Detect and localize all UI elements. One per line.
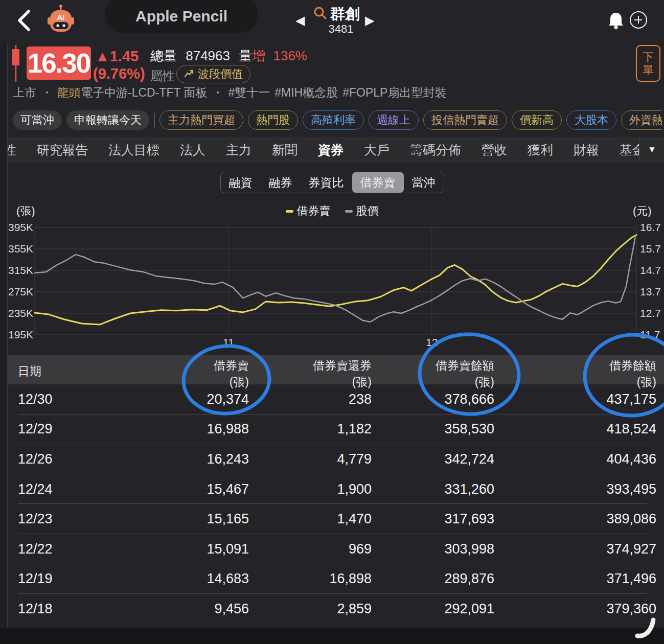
right-axis-tick: 16.7 [640,221,661,234]
filter-chip[interactable]: 週線上 [369,110,419,130]
classification-segment: 上市 [13,86,36,99]
filter-chip-row: 可當沖申報轉讓今天主力熱門買超熱門股高殖利率週線上投信熱門賣超價新高大股本外資熱… [13,110,662,130]
chevron-down-icon: ▼ [648,145,656,155]
volume-value: 874963 [186,48,230,63]
date-cell: 12/19 [18,564,110,594]
filter-chip[interactable]: 申報轉讓今天 [66,110,149,130]
note-tag-pill[interactable]: Apple Pencil [105,0,258,33]
tabs-dropdown-button[interactable]: ▼ [639,137,664,163]
filter-chip[interactable]: 可當沖 [13,110,62,130]
legend-dash [286,210,293,213]
value-cell: 292,091 [392,594,494,624]
next-stock-button[interactable]: ▶ [365,13,374,28]
nav-tab[interactable]: 籌碼分佈 [410,142,461,158]
filter-chip[interactable]: 外資熱門買超 [621,110,662,130]
filter-chip[interactable]: 價新高 [512,110,562,130]
chip-divider [154,112,155,128]
price-change: ▲1.45 [95,48,139,65]
sub-tab[interactable]: 券資比 [301,172,352,193]
value-cell: 358,530 [392,415,494,445]
svg-text:AI: AI [57,13,65,21]
sub-tab[interactable]: 融資 [221,172,261,193]
notification-bell-icon[interactable] [607,11,625,30]
table-row: 12/2315,1651,470317,693389,086 [0,504,664,534]
value-cell: 404,436 [554,444,656,474]
robot-ai-icon[interactable]: AI [46,4,76,36]
nav-tab[interactable]: 基金持股 [620,142,639,158]
x-axis-label: 11 [217,336,240,349]
left-axis-tick: 235K [8,307,33,319]
value-cell: 331,260 [392,474,494,504]
sub-tab[interactable]: 借券賣 [352,172,404,193]
nav-tab[interactable]: 財報 [574,142,599,158]
column-header-title: 日期 [18,363,41,379]
nav-tab[interactable]: 營收 [482,142,507,158]
nav-tab[interactable]: 大戶 [364,142,390,158]
section-tabs: 屬性研究報告法人目標法人主力新聞資券大戶籌碼分佈營收獲利財報基金持股 [0,137,639,163]
series-price-line [35,238,635,322]
right-axis-tick: 12.7 [640,307,661,319]
nav-tab[interactable]: 獲利 [528,142,553,158]
filter-chip[interactable]: 大股本 [566,110,616,130]
value-cell: 342,724 [392,444,494,474]
value-cell: 15,467 [147,474,249,504]
note-tag-label: Apple Pencil [135,5,227,25]
value-cell: 378,666 [392,384,494,415]
legend-item: 股價 [345,203,379,219]
value-cell: 389,086 [554,504,656,534]
date-cell: 12/30 [18,384,110,415]
column-header: 借券賣(張) [147,355,249,384]
search-icon[interactable] [313,6,327,19]
date-cell: 12/24 [18,474,110,504]
value-cell: 371,496 [554,564,656,594]
table-row: 12/1914,68316,898289,876371,496 [0,564,664,594]
attribute-tag-label: 波段價值 [198,66,243,82]
value-cell: 16,243 [147,444,249,474]
column-header: 借券賣還券(張) [269,355,372,384]
date-cell: 12/26 [18,444,110,474]
column-header-title: 借券賣還券 [269,358,372,374]
date-cell: 12/18 [18,594,110,624]
right-axis-tick: 11.7 [640,329,660,341]
filter-chip[interactable]: 主力熱門買超 [159,110,243,130]
classification-line: 上市・龍頭電子中游-LCD-TFT 面板・#雙十一#MIH概念股#FOPLP扇出… [13,85,652,101]
value-cell: 15,091 [147,534,249,564]
back-button[interactable] [14,8,35,33]
value-cell: 289,876 [392,564,494,594]
value-cell: 238 [269,384,372,415]
order-button[interactable]: 下單 [636,45,660,82]
classification-segment: 電子中游-LCD-TFT 面板 [81,86,207,99]
add-watchlist-button[interactable] [630,11,647,29]
nav-tab[interactable]: 新聞 [272,142,297,158]
trend-chart-icon [184,69,194,79]
nav-tab[interactable]: 資券 [318,142,344,158]
prev-stock-button[interactable]: ◀ [295,13,305,28]
classification-segment: ・ [41,86,53,99]
left-axis-tick: 355K [8,243,33,255]
column-header: 借券賣餘額(張) [392,355,494,384]
nav-tab[interactable]: 法人目標 [108,142,159,158]
sub-tab[interactable]: 融券 [261,172,301,193]
nav-tab[interactable]: 研究報告 [37,142,88,158]
nav-tab[interactable]: 主力 [226,142,251,158]
volume-label: 總量 [150,48,177,63]
nav-tab[interactable]: 法人 [180,142,205,158]
value-cell: 16,898 [269,564,372,594]
value-cell: 4,779 [269,444,372,474]
stock-code: 3481 [313,22,369,36]
volume-word: 量 [239,48,252,63]
leader-tag: 龍頭 [57,86,81,99]
value-cell: 15,165 [147,504,249,534]
filter-chip[interactable]: 熱門股 [248,110,298,130]
volume-increase-pct: 136% [273,48,307,63]
classification-segment: #FOPLP扇出型封裝 [342,86,446,99]
table-row: 12/2415,4671,900331,260393,495 [0,474,664,504]
filter-chip[interactable]: 投信熱門賣超 [423,110,507,130]
price-change-pct: (9.76%) [93,65,145,82]
attribute-tag-pill[interactable]: 波段價值 [176,65,250,83]
legend-dash [345,210,353,213]
right-axis-unit: (元) [633,203,652,219]
sub-tab[interactable]: 當沖 [404,172,444,193]
value-cell: 1,182 [269,415,372,445]
filter-chip[interactable]: 高殖利率 [303,110,364,130]
